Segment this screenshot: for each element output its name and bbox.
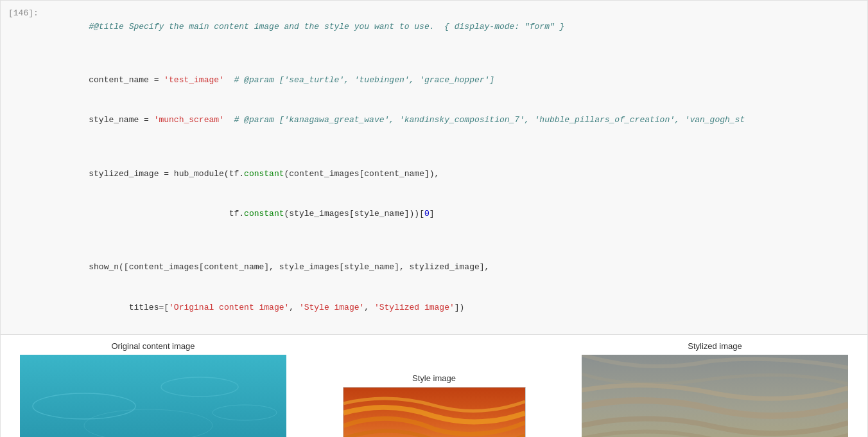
code-keyword: constant: [244, 209, 284, 219]
code-comment-style: # @param ['kanagawa_great_wave', 'kandin…: [224, 115, 745, 125]
notebook-cell: [146]: #@title Specify the main content …: [0, 0, 868, 437]
line-number: [146]:: [1, 6, 46, 21]
style-image-title: Style image: [412, 373, 456, 383]
original-image-title: Original content image: [111, 341, 195, 351]
code-line-9: show_n([content_images[content_name], st…: [49, 247, 865, 287]
code-comment: # @param ['sea_turtle', 'tuebingen', 'gr…: [224, 75, 494, 85]
code-text: (style_images[style_name]))[: [284, 209, 424, 219]
code-line-4: style_name = 'munch_scream' # @param ['k…: [49, 101, 865, 141]
code-number: 0: [424, 209, 430, 219]
code-line-7: tf.constant(style_images[style_name]))[0…: [49, 194, 865, 234]
stylized-image-title: Stylized image: [688, 341, 742, 351]
code-text: ]): [455, 303, 465, 312]
code-text: show_n([content_images[content_name], st…: [89, 262, 489, 272]
code-text: style_name =: [89, 115, 153, 125]
style-image-col: Style image: [340, 373, 529, 437]
title-3: 'Stylized image': [374, 303, 455, 312]
code-text: content_name =: [89, 75, 164, 85]
code-text: tf.: [89, 209, 244, 219]
original-content-image: [20, 355, 286, 437]
stylized-image: [582, 355, 848, 437]
original-image-col: Original content image: [20, 341, 286, 437]
svg-rect-0: [20, 355, 286, 437]
code-line-2: [49, 47, 865, 60]
style-name-value: 'munch_scream': [154, 115, 224, 125]
title-2: 'Style image': [299, 303, 364, 312]
code-line-8: [49, 235, 865, 248]
code-line-10: titles=['Original content image', 'Style…: [49, 288, 865, 328]
code-line-5: [49, 141, 865, 154]
code-text: ,: [289, 303, 299, 312]
code-text: titles=[: [89, 303, 169, 312]
title-1: 'Original content image': [169, 303, 289, 312]
output-area: Original content image: [1, 335, 867, 437]
code-line-1: #@title Specify the main content image a…: [49, 7, 865, 47]
comment-title: #@title Specify the main content image a…: [89, 22, 564, 31]
code-text: (content_images[content_name]),: [284, 169, 440, 179]
stylized-image-col: Stylized image: [582, 341, 848, 437]
code-line-6: stylized_image = hub_module(tf.constant(…: [49, 154, 865, 194]
code-area: [146]: #@title Specify the main content …: [1, 1, 867, 335]
image-row: Original content image: [1, 341, 867, 437]
style-image: [343, 387, 526, 437]
code-text: ,: [364, 303, 374, 312]
code-text: ]: [430, 209, 435, 219]
content-name-value: 'test_image': [164, 75, 224, 85]
code-line-3: content_name = 'test_image' # @param ['s…: [49, 60, 865, 100]
code-keyword: constant: [244, 169, 284, 179]
code-text: stylized_image = hub_module(tf.: [89, 169, 244, 179]
code-block: #@title Specify the main content image a…: [46, 6, 867, 329]
